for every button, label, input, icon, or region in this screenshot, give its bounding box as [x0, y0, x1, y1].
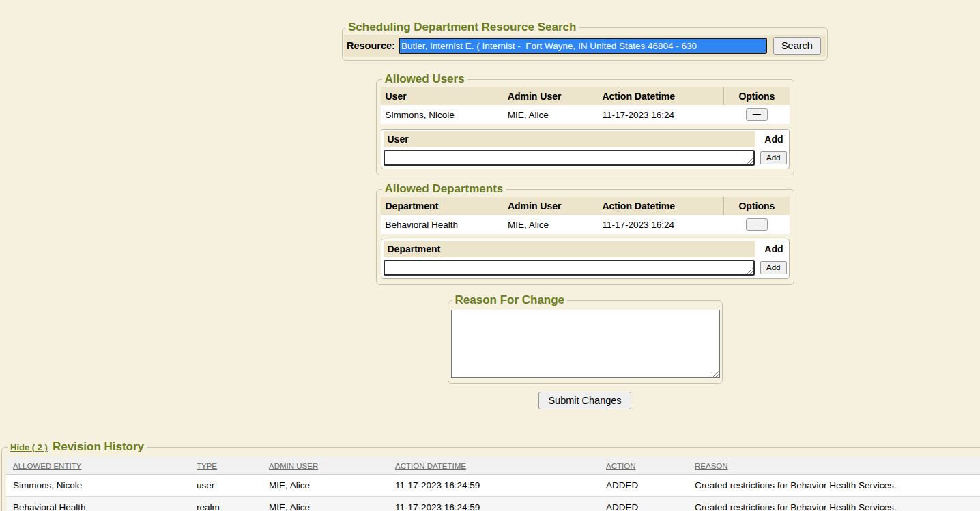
col-header-user: User	[381, 87, 503, 105]
add-user-input-row: Add	[384, 150, 787, 166]
revision-history-title: Revision History	[53, 440, 144, 454]
allowed-users-table: User Admin User Action Datetime Options …	[381, 87, 790, 124]
reason-for-change-section: Reason For Change	[448, 293, 723, 384]
revision-history-section: Hide ( 2 ) Revision History ALLOWED ENTI…	[1, 440, 980, 511]
add-department-header-add: Add	[755, 241, 787, 257]
sort-admin-user[interactable]: ADMIN USER	[262, 457, 388, 475]
revision-history-table: ALLOWED ENTITY TYPE ADMIN USER ACTION DA…	[6, 457, 980, 511]
revision-admin: MIE, Alice	[262, 475, 388, 497]
allowed-user-admin: MIE, Alice	[503, 105, 598, 124]
revision-datetime: 11-17-2023 16:24:59	[388, 475, 599, 497]
allowed-users-section: Allowed Users User Admin User Action Dat…	[376, 72, 794, 175]
allowed-department-options-cell: —	[724, 215, 790, 234]
add-user-box: User Add Add	[381, 129, 790, 169]
remove-user-button[interactable]: —	[746, 108, 768, 121]
revision-entity: Simmons, Nicole	[6, 475, 190, 497]
submit-changes-button[interactable]: Submit Changes	[538, 392, 631, 409]
sort-action-datetime[interactable]: ACTION DATETIME	[388, 457, 599, 475]
allowed-department-row: Behavioral Health MIE, Alice 11-17-2023 …	[381, 215, 790, 234]
sort-action[interactable]: ACTION	[599, 457, 688, 475]
add-user-header-add: Add	[755, 131, 787, 147]
resource-search-title: Scheduling Department Resource Search	[345, 20, 579, 34]
revision-history-header-row: ALLOWED ENTITY TYPE ADMIN USER ACTION DA…	[6, 457, 980, 475]
allowed-department-name: Behavioral Health	[381, 215, 503, 234]
revision-row: Behavioral Health realm MIE, Alice 11-17…	[6, 497, 980, 511]
revision-admin: MIE, Alice	[262, 497, 388, 511]
add-user-button[interactable]: Add	[760, 151, 786, 164]
allowed-user-name: Simmons, Nicole	[381, 105, 503, 124]
add-department-button[interactable]: Add	[760, 261, 786, 274]
remove-department-button[interactable]: —	[746, 218, 768, 231]
revision-row: Simmons, Nicole user MIE, Alice 11-17-20…	[6, 475, 980, 497]
revision-reason: Created restrictions for Behavior Health…	[688, 497, 980, 511]
revision-reason: Created restrictions for Behavior Health…	[688, 475, 980, 497]
col-header-action-datetime: Action Datetime	[597, 87, 723, 105]
revision-entity: Behavioral Health	[6, 497, 190, 511]
add-department-input-row: Add	[384, 260, 787, 276]
resource-label: Resource:	[347, 40, 395, 51]
allowed-departments-header-row: Department Admin User Action Datetime Op…	[381, 197, 790, 215]
revision-type: user	[190, 475, 262, 497]
resource-search-section: Scheduling Department Resource Search Re…	[342, 20, 828, 61]
sort-allowed-entity[interactable]: ALLOWED ENTITY	[6, 457, 190, 475]
col-header-admin-user: Admin User	[503, 197, 598, 215]
add-user-input[interactable]	[384, 150, 755, 166]
revision-action: ADDED	[599, 497, 688, 511]
add-department-header-row: Department Add	[384, 241, 787, 257]
add-department-input[interactable]	[384, 260, 755, 276]
resource-row: Resource: Butler, Internist E. ( Interni…	[344, 35, 826, 57]
allowed-users-row: Simmons, Nicole MIE, Alice 11-17-2023 16…	[381, 105, 790, 124]
add-user-header-row: User Add	[384, 131, 787, 147]
add-user-header-label: User	[384, 131, 755, 147]
sort-reason[interactable]: REASON	[688, 457, 980, 475]
col-header-options: Options	[724, 87, 790, 105]
allowed-department-admin: MIE, Alice	[503, 215, 598, 234]
resource-input[interactable]: Butler, Internist E. ( Internist - Fort …	[399, 38, 767, 54]
allowed-users-header-row: User Admin User Action Datetime Options	[381, 87, 790, 105]
reason-textarea[interactable]	[451, 310, 720, 378]
allowed-departments-title: Allowed Departments	[382, 182, 506, 196]
allowed-departments-table: Department Admin User Action Datetime Op…	[381, 197, 790, 234]
allowed-department-datetime: 11-17-2023 16:24	[597, 215, 723, 234]
reason-for-change-title: Reason For Change	[452, 293, 568, 307]
search-button[interactable]: Search	[773, 37, 821, 55]
add-department-box: Department Add Add	[381, 239, 790, 279]
revision-action: ADDED	[599, 475, 688, 497]
revision-datetime: 11-17-2023 16:24:59	[388, 497, 599, 511]
col-header-action-datetime: Action Datetime	[597, 197, 723, 215]
revision-history-legend: Hide ( 2 ) Revision History	[8, 440, 147, 454]
revision-type: realm	[190, 497, 262, 511]
allowed-user-datetime: 11-17-2023 16:24	[597, 105, 723, 124]
allowed-user-options-cell: —	[724, 105, 790, 124]
col-header-options: Options	[724, 197, 790, 215]
col-header-admin-user: Admin User	[503, 87, 598, 105]
allowed-users-title: Allowed Users	[382, 72, 467, 86]
allowed-departments-section: Allowed Departments Department Admin Use…	[376, 182, 794, 285]
sort-type[interactable]: TYPE	[190, 457, 262, 475]
add-department-header-label: Department	[384, 241, 755, 257]
resource-input-selected-text: Butler, Internist E. ( Internist - Fort …	[400, 39, 766, 53]
col-header-department: Department	[381, 197, 503, 215]
hide-link[interactable]: Hide ( 2 )	[10, 442, 48, 452]
